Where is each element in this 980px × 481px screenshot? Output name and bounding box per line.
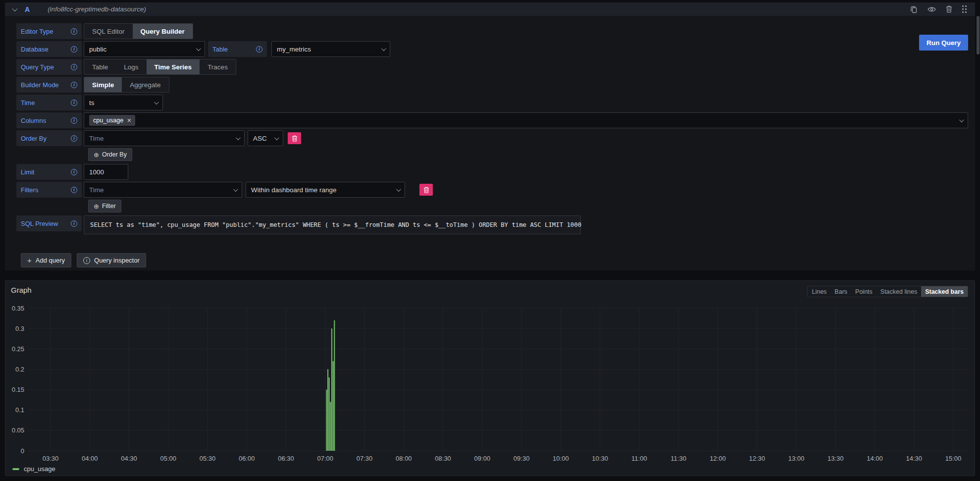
series-color-icon: [12, 468, 19, 470]
legend-item[interactable]: cpu_usage: [12, 465, 55, 473]
builder-mode-option-aggregate[interactable]: Aggregate: [122, 77, 168, 92]
query-type-toggle: Table Logs Time Series Traces: [84, 59, 236, 75]
info-icon[interactable]: i: [71, 100, 77, 106]
graph-style-stacked-bars[interactable]: Stacked bars: [921, 286, 968, 297]
query-type-option-traces[interactable]: Traces: [200, 59, 236, 74]
info-icon[interactable]: i: [71, 64, 77, 70]
x-axis-tick-label: 13:00: [788, 455, 805, 462]
info-icon[interactable]: i: [71, 220, 77, 227]
query-type-option-table[interactable]: Table: [84, 59, 116, 74]
x-axis-tick-label: 14:30: [906, 455, 922, 462]
database-select[interactable]: public: [84, 41, 205, 57]
limit-input[interactable]: [84, 164, 128, 180]
close-icon[interactable]: ✕: [127, 117, 131, 124]
graph-style-stacked-lines[interactable]: Stacked lines: [877, 286, 921, 297]
bar: [333, 361, 334, 451]
table-select[interactable]: my_metrics: [271, 41, 390, 57]
x-axis-tick-label: 07:30: [357, 455, 373, 462]
sql-preview-text: SELECT ts as "time", cpu_usage FROM "pub…: [90, 221, 581, 228]
editor-type-option-sql-editor[interactable]: SQL Editor: [84, 24, 133, 39]
x-axis-tick-label: 08:00: [396, 455, 412, 462]
query-footer: + Add query i Query inspector: [16, 236, 968, 267]
columns-label: Columns i: [16, 112, 82, 128]
x-axis-tick-label: 03:30: [43, 455, 59, 462]
graph-style-points[interactable]: Points: [851, 286, 877, 297]
info-circle-icon: i: [83, 257, 90, 264]
x-axis-tick-label: 06:00: [239, 455, 255, 462]
query-type-option-time-series[interactable]: Time Series: [147, 59, 200, 74]
query-inspector-button[interactable]: i Query inspector: [77, 253, 146, 267]
info-icon[interactable]: i: [71, 82, 77, 88]
info-icon[interactable]: i: [256, 46, 262, 53]
info-icon[interactable]: i: [71, 46, 77, 53]
x-axis-tick-label: 05:30: [200, 455, 216, 462]
run-query-button[interactable]: Run Query: [919, 35, 968, 51]
x-axis-tick-label: 14:00: [867, 455, 883, 462]
time-select[interactable]: ts: [84, 95, 163, 110]
chevron-down-icon: [381, 46, 386, 51]
time-series-chart[interactable]: 00.050.10.150.20.250.30.3503:3004:0004:3…: [5, 281, 975, 476]
add-order-by-button[interactable]: ⊕ Order By: [88, 148, 132, 161]
order-by-field-select[interactable]: Time: [84, 130, 245, 146]
y-axis-tick-label: 0.3: [15, 325, 24, 332]
x-axis-tick-label: 05:00: [160, 455, 177, 462]
info-icon[interactable]: i: [71, 169, 77, 175]
datasource-name: (info8fcc-greptimedb-datasource): [48, 5, 146, 13]
chevron-down-icon: [959, 117, 964, 122]
copy-icon[interactable]: [910, 5, 918, 13]
row-limit: Limit i: [16, 164, 968, 180]
info-icon[interactable]: i: [71, 135, 77, 142]
remove-filter-button[interactable]: [419, 184, 433, 196]
row-editor-type: Editor Type i SQL Editor Query Builder: [16, 23, 968, 39]
x-axis-tick-label: 08:30: [435, 455, 451, 462]
chevron-down-icon: [196, 46, 201, 51]
add-query-button[interactable]: + Add query: [21, 253, 71, 267]
eye-icon[interactable]: [928, 6, 936, 12]
trash-icon[interactable]: [946, 5, 952, 13]
trash-icon: [423, 187, 429, 193]
graph-style-toggle: Lines Bars Points Stacked lines Stacked …: [807, 286, 968, 297]
graph-style-lines[interactable]: Lines: [808, 286, 830, 297]
y-axis-tick-label: 0.1: [15, 406, 24, 414]
y-axis-tick-label: 0.05: [12, 427, 24, 434]
scrollbar-thumb[interactable]: [977, 16, 980, 54]
drag-handle-icon[interactable]: [962, 5, 967, 13]
x-axis-tick-label: 13:30: [827, 455, 844, 462]
info-icon[interactable]: i: [71, 117, 77, 124]
x-axis-tick-label: 11:00: [631, 455, 647, 462]
info-icon[interactable]: i: [71, 187, 77, 193]
editor-type-option-query-builder[interactable]: Query Builder: [133, 24, 193, 39]
remove-order-by-button[interactable]: [288, 132, 301, 144]
x-axis-tick-label: 12:00: [710, 455, 726, 462]
bar: [329, 377, 330, 451]
bar: [330, 402, 331, 451]
y-axis-tick-label: 0.15: [12, 386, 24, 393]
x-axis-tick-label: 10:00: [553, 455, 569, 462]
filter-field-select[interactable]: Time: [84, 182, 242, 198]
y-axis-tick-label: 0.25: [12, 345, 24, 353]
order-by-direction-select[interactable]: ASC: [248, 130, 283, 146]
y-axis-tick-label: 0.35: [12, 305, 24, 312]
x-axis-tick-label: 09:00: [474, 455, 491, 462]
row-filters: Filters i Time Within dashboard time ran…: [16, 182, 968, 198]
row-sql-preview: SQL Preview i SELECT ts as "time", cpu_u…: [16, 215, 968, 234]
columns-multiselect[interactable]: cpu_usage ✕: [84, 112, 968, 128]
query-editor-section: A (info8fcc-greptimedb-datasource): [5, 2, 975, 270]
query-row-header[interactable]: A (info8fcc-greptimedb-datasource): [5, 2, 975, 16]
chevron-down-icon[interactable]: [12, 5, 17, 11]
chevron-down-icon: [274, 135, 279, 140]
x-axis-tick-label: 04:30: [121, 455, 137, 462]
bar: [334, 321, 335, 451]
limit-label: Limit i: [16, 164, 82, 180]
table-label: Table i: [208, 41, 267, 57]
row-database: Database i public Table i my_metrics: [16, 41, 968, 57]
column-tag: cpu_usage ✕: [89, 115, 135, 126]
builder-mode-option-simple[interactable]: Simple: [84, 77, 122, 92]
add-filter-button[interactable]: ⊕ Filter: [88, 200, 121, 213]
plus-icon: +: [27, 256, 32, 265]
info-icon[interactable]: i: [71, 28, 77, 35]
graph-style-bars[interactable]: Bars: [830, 286, 851, 297]
filter-condition-select[interactable]: Within dashboard time range: [246, 182, 405, 198]
builder-mode-label: Builder Mode i: [16, 77, 82, 93]
query-type-option-logs[interactable]: Logs: [116, 59, 146, 74]
